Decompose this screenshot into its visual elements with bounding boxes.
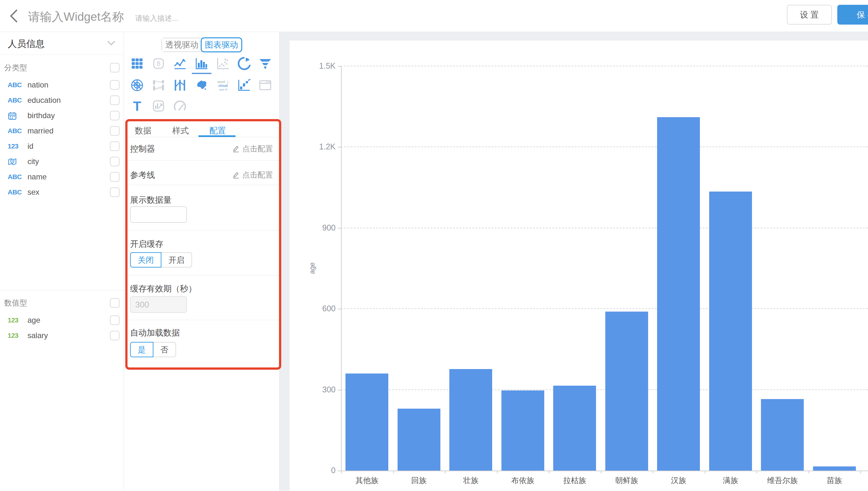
x-axis-label: 维吾尔族 bbox=[757, 475, 808, 486]
gridline bbox=[341, 66, 868, 66]
field-checkbox-sex[interactable] bbox=[110, 187, 119, 197]
field-checkbox-married[interactable] bbox=[110, 126, 119, 136]
auto-load-label: 自动加载数据 bbox=[130, 327, 180, 338]
field-checkbox-age[interactable] bbox=[110, 315, 119, 325]
display-count-label: 展示数据量 bbox=[130, 195, 172, 206]
field-item-sex[interactable]: ABCsex bbox=[0, 184, 124, 200]
pivot-drive-option[interactable]: 透视驱动 bbox=[162, 38, 202, 51]
chart-type-scorecard-icon: 8 bbox=[151, 56, 166, 71]
field-checkbox-id[interactable] bbox=[110, 141, 119, 151]
widget-name-input[interactable]: 请输入Widget名称 bbox=[28, 9, 124, 25]
field-item-salary[interactable]: 123salary bbox=[0, 328, 124, 343]
svg-text:T: T bbox=[133, 99, 141, 113]
chart-bar-其他族[interactable] bbox=[346, 374, 388, 470]
svg-text:agile Bi: agile Bi bbox=[219, 88, 227, 91]
tab-style[interactable]: 样式 bbox=[172, 125, 189, 136]
save-button[interactable]: 保 存 bbox=[837, 5, 868, 25]
chart-config-panel: 透视驱动 图表驱动 8wordtagcloudagile BiT 配置 样式 数… bbox=[124, 32, 280, 491]
field-checkbox-birthday[interactable] bbox=[110, 111, 119, 120]
field-checkbox-name[interactable] bbox=[110, 172, 119, 182]
chart-type-bar-chart-icon[interactable] bbox=[194, 56, 209, 71]
field-checkbox-nation[interactable] bbox=[110, 80, 119, 90]
string-type-icon: ABC bbox=[8, 81, 27, 89]
reference-line-configure-link[interactable]: 点击配置 bbox=[232, 170, 273, 180]
field-checkbox-education[interactable] bbox=[110, 95, 119, 105]
chart-type-pie-icon[interactable] bbox=[236, 56, 251, 71]
svg-text:tag: tag bbox=[227, 81, 229, 83]
chart-type-richtext-icon[interactable]: T bbox=[130, 98, 145, 114]
controller-configure-link[interactable]: 点击配置 bbox=[232, 144, 273, 154]
chart-type-funnel-icon[interactable] bbox=[257, 56, 273, 71]
tab-config[interactable]: 配置 bbox=[209, 125, 226, 136]
widget-description-input[interactable]: 请输入描述... bbox=[135, 13, 178, 23]
cache-on-option[interactable]: 开启 bbox=[161, 252, 192, 267]
chart-bar-朝鲜族[interactable] bbox=[605, 312, 648, 470]
x-axis-label: 苗族 bbox=[809, 475, 860, 486]
chart-type-radar-icon[interactable] bbox=[130, 78, 145, 93]
field-item-nation[interactable]: ABCnation bbox=[0, 77, 124, 93]
chart-type-parallel-icon[interactable] bbox=[172, 78, 188, 93]
x-axis-tick bbox=[393, 470, 394, 473]
calendar-icon bbox=[8, 111, 27, 120]
chart-bar-维吾尔族[interactable] bbox=[761, 399, 804, 470]
chart-type-line-chart-icon[interactable] bbox=[172, 56, 188, 71]
edit-pencil-icon bbox=[232, 145, 240, 153]
chart-bar-汉族[interactable] bbox=[657, 117, 700, 470]
y-axis-tick-label: 900 bbox=[290, 223, 335, 232]
x-axis-tick bbox=[809, 470, 809, 473]
number-type-icon: 123 bbox=[8, 316, 27, 324]
back-button[interactable] bbox=[7, 8, 21, 24]
y-axis-tick bbox=[338, 309, 341, 309]
field-item-city[interactable]: city bbox=[0, 154, 124, 169]
auto-load-yes-option[interactable]: 是 bbox=[130, 342, 154, 357]
view-name: 人员信息 bbox=[8, 38, 45, 51]
reference-line-label: 参考线 bbox=[130, 170, 155, 181]
chart-bar-壮族[interactable] bbox=[449, 369, 492, 470]
string-type-icon: ABC bbox=[8, 96, 27, 104]
svg-text:word: word bbox=[217, 80, 225, 84]
header: 请输入Widget名称 请输入描述... 设 置 保 存 bbox=[0, 0, 868, 32]
chart-type-gauge-icon bbox=[172, 98, 188, 114]
cache-off-option[interactable]: 关闭 bbox=[130, 252, 161, 267]
x-axis-tick bbox=[549, 470, 549, 473]
x-axis-label: 拉枯族 bbox=[549, 475, 600, 486]
chart-bar-苗族[interactable] bbox=[813, 466, 856, 470]
chart-bar-拉枯族[interactable] bbox=[553, 386, 596, 470]
y-axis-tick-label: 600 bbox=[290, 304, 335, 313]
field-item-id[interactable]: 123id bbox=[0, 139, 124, 154]
field-item-married[interactable]: ABCmarried bbox=[0, 123, 124, 139]
chart-bar-回族[interactable] bbox=[398, 409, 440, 470]
x-axis-tick bbox=[860, 470, 861, 473]
chart-type-scatter-icon bbox=[215, 56, 230, 71]
tab-data[interactable]: 数据 bbox=[135, 125, 152, 136]
field-label: name bbox=[27, 172, 47, 181]
field-item-age[interactable]: 123age bbox=[0, 313, 124, 328]
y-axis-tick-label: 0 bbox=[290, 466, 335, 475]
chart-type-waterfall-icon[interactable] bbox=[236, 78, 251, 93]
display-count-input[interactable] bbox=[130, 206, 187, 223]
field-checkbox-salary[interactable] bbox=[110, 331, 119, 340]
x-axis-label: 回族 bbox=[393, 475, 445, 486]
field-item-education[interactable]: ABCeducation bbox=[0, 93, 124, 108]
field-item-name[interactable]: ABCname bbox=[0, 169, 124, 184]
y-axis-line bbox=[341, 66, 342, 470]
chart-drive-option[interactable]: 图表驱动 bbox=[202, 38, 241, 51]
controller-label: 控制器 bbox=[130, 143, 155, 154]
y-axis-tick bbox=[338, 147, 341, 147]
section-checkbox[interactable] bbox=[110, 298, 119, 308]
settings-button[interactable]: 设 置 bbox=[787, 5, 832, 25]
gridline bbox=[341, 389, 868, 390]
field-item-birthday[interactable]: birthday bbox=[0, 108, 124, 123]
field-label: sex bbox=[27, 188, 39, 197]
chart-type-iframe-icon bbox=[257, 78, 273, 93]
svg-text:cloud: cloud bbox=[218, 84, 227, 87]
chart-type-table-icon[interactable] bbox=[130, 56, 145, 71]
view-selector[interactable]: 人员信息 bbox=[0, 32, 124, 55]
section-checkbox[interactable] bbox=[110, 63, 119, 73]
chart-bar-满族[interactable] bbox=[709, 192, 752, 470]
auto-load-no-option[interactable]: 否 bbox=[153, 342, 176, 357]
x-axis-tick bbox=[705, 470, 705, 473]
chart-type-map-icon[interactable] bbox=[194, 78, 209, 93]
field-checkbox-city[interactable] bbox=[110, 157, 119, 166]
chart-bar-布依族[interactable] bbox=[501, 391, 544, 470]
